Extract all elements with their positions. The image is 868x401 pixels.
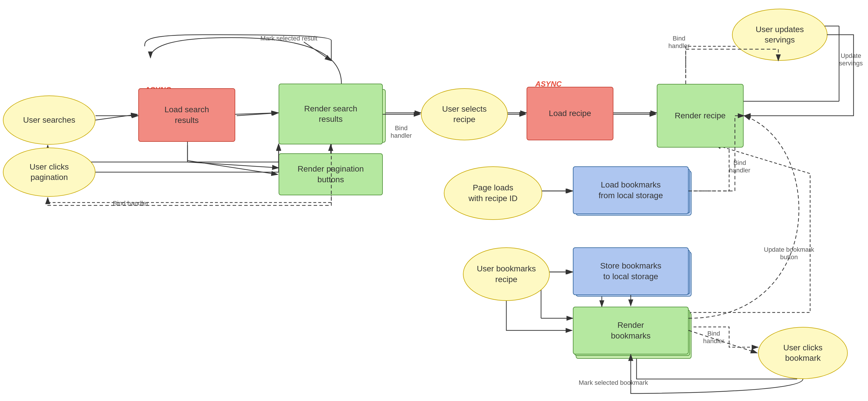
render-recipe-label: Render recipe — [675, 111, 726, 121]
svg-line-5 — [187, 162, 279, 168]
bind-handler-label-4: Bindhandler — [703, 330, 724, 345]
user-bookmarks-recipe-node: User bookmarksrecipe — [463, 247, 550, 301]
load-recipe-node: Load recipe — [527, 87, 613, 140]
render-search-results-node: Render searchresults — [279, 84, 383, 144]
load-recipe-label: Load recipe — [549, 108, 591, 119]
render-search-results-label: Render searchresults — [304, 103, 357, 125]
load-bookmarks-label: Load bookmarksfrom local storage — [599, 180, 663, 201]
user-clicks-pagination-node: User clickspagination — [3, 148, 95, 197]
render-bookmarks-label: Renderbookmarks — [611, 320, 651, 341]
user-selects-recipe-node: User selectsrecipe — [421, 88, 508, 140]
user-clicks-pagination-label: User clickspagination — [30, 162, 69, 183]
svg-line-20 — [235, 113, 278, 114]
bind-handler-label-2: Bindhandler — [391, 124, 412, 140]
load-bookmarks-node: Load bookmarksfrom local storage — [573, 166, 689, 214]
render-bookmarks-node: Renderbookmarks — [573, 307, 689, 354]
user-searches-label: User searches — [23, 115, 75, 125]
store-bookmarks-node: Store bookmarksto local storage — [573, 247, 689, 295]
mark-selected-result-label: Mark selected result — [260, 35, 317, 42]
render-recipe-node: Render recipe — [657, 84, 744, 148]
user-bookmarks-recipe-label: User bookmarksrecipe — [477, 264, 536, 285]
bind-handler-label-3: Bindhandler — [729, 159, 750, 174]
bind-handler-label-1: Bind handler — [113, 199, 149, 207]
render-pagination-label: Render paginationbuttons — [298, 164, 364, 185]
svg-line-19 — [95, 114, 137, 120]
user-clicks-bookmark-node: User clicksbookmark — [758, 327, 848, 379]
user-updates-servings-node: User updatesservings — [732, 9, 828, 61]
update-bookmark-button-label: Update bookmarkbutton — [764, 246, 814, 261]
user-selects-recipe-label: User selectsrecipe — [442, 104, 487, 125]
mark-selected-bookmark-label: Mark selected bookmark — [579, 379, 648, 387]
bind-handler-top-label: Bindhandler — [669, 35, 689, 50]
svg-line-3 — [237, 113, 279, 116]
update-servings-label: Updateservings — [839, 52, 863, 67]
load-search-results-node: Load searchresults — [138, 88, 235, 142]
load-search-results-label: Load searchresults — [164, 104, 209, 126]
diagram: User searches ASYNC Load searchresults R… — [0, 0, 868, 401]
user-clicks-bookmark-label: User clicksbookmark — [783, 343, 822, 364]
page-loads-recipe-id-node: Page loadswith recipe ID — [444, 166, 542, 220]
user-updates-servings-label: User updatesservings — [756, 24, 804, 45]
page-loads-recipe-id-label: Page loadswith recipe ID — [468, 183, 518, 204]
store-bookmarks-label: Store bookmarksto local storage — [600, 261, 661, 282]
render-pagination-node: Render paginationbuttons — [279, 153, 383, 195]
user-searches-node: User searches — [3, 95, 95, 145]
